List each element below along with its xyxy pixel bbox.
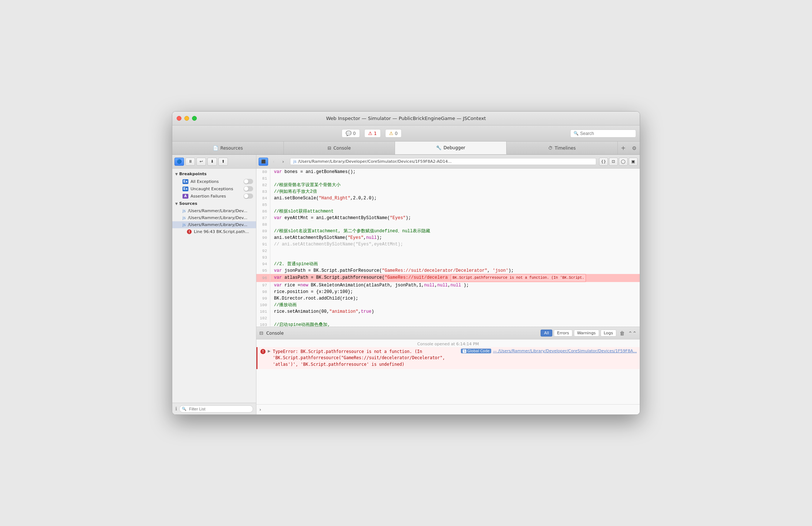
line-content: var rice =new BK.SkeletonAnimation(atlas… <box>270 282 640 289</box>
tab-resources[interactable]: 📄 Resources <box>172 142 284 154</box>
clear-console-btn[interactable]: 🗑 <box>618 329 627 337</box>
breakpoint-active-btn[interactable]: ⬛ <box>259 158 268 166</box>
tab-debugger[interactable]: 🔧 Debugger <box>395 142 507 154</box>
messages-count: 0 <box>353 131 356 136</box>
maximize-button[interactable] <box>192 116 197 121</box>
uncaught-exceptions-toggle[interactable] <box>244 186 253 191</box>
tab-console[interactable]: ⊟ Console <box>284 142 395 154</box>
app-window: Web Inspector — Simulator — PublicBrickE… <box>172 111 640 415</box>
table-row: 92 <box>256 248 640 254</box>
warnings-badge[interactable]: ⚠ 0 <box>385 129 402 138</box>
list-item[interactable]: js /Users/Rammer/Library/Dev... <box>172 214 256 221</box>
table-row: 100//播放动画 <box>256 302 640 308</box>
table-row: 87var eyeAttMnt = ani.getAttachmentBySlo… <box>256 215 640 221</box>
code-editor[interactable]: 80var bones = ani.getBoneNames();8182//根… <box>256 169 640 327</box>
sidebar-toolbar: 🔵 ⏸ ↩ ⬇ ⬆ <box>172 155 256 169</box>
line-number: 92 <box>256 248 270 254</box>
filter-all-btn[interactable]: All <box>541 330 552 337</box>
table-row: 101rice.setAnimation(00,"animation",true… <box>256 308 640 315</box>
assertion-failures-toggle[interactable] <box>244 194 253 199</box>
table-row: 83//例如将右手放大2倍 <box>256 188 640 195</box>
line-number: 82 <box>256 182 270 188</box>
traffic-lights <box>177 116 197 121</box>
line-content: //例如将右手放大2倍 <box>270 188 640 195</box>
error-expand-icon[interactable]: ▶ <box>268 349 271 353</box>
line-content: // ani.setAttachmentBySlotName("Eyes",ey… <box>270 241 640 248</box>
error-icon: ! <box>260 349 266 354</box>
error-indicator-icon: ! <box>187 229 192 234</box>
pause-tool-btn[interactable]: ⏸ <box>185 158 195 166</box>
sidebar-footer: ℹ 🔍 <box>172 403 256 414</box>
line-content: var eyeAttMnt = ani.getAttachmentBySlotN… <box>270 215 640 221</box>
step-out-btn[interactable]: ⬆ <box>218 158 228 166</box>
filter-input[interactable] <box>186 405 251 413</box>
line-number: 94 <box>256 261 270 267</box>
add-tab-button[interactable]: + <box>618 142 629 154</box>
table-row: 85 <box>256 202 640 208</box>
line-content: ani.setBoneScale("Hand_Right",2.0,2.0); <box>270 195 640 202</box>
table-row: 94//2. 普通spine动画 <box>256 261 640 267</box>
nav-forward-button[interactable]: › <box>279 158 287 166</box>
list-item[interactable]: Ex Uncaught Exceptions <box>172 185 256 192</box>
list-item[interactable]: js /Users/Rammer/Library/Dev... <box>172 207 256 214</box>
list-item[interactable]: A Assertion Failures <box>172 192 256 200</box>
line-number: 81 <box>256 175 270 182</box>
breakpoint-btn[interactable]: ◯ <box>619 158 628 166</box>
all-exceptions-toggle[interactable] <box>244 179 253 184</box>
window-title: Web Inspector — Simulator — PublicBrickE… <box>326 116 486 121</box>
breakpoints-section-label: Breakpoints <box>179 172 207 176</box>
main-toolbar: 💬 0 ⚠️ 1 ⚠ 0 🔍 <box>172 125 640 142</box>
breakpoints-tool-btn[interactable]: 🔵 <box>174 158 184 166</box>
line-number: 98 <box>256 289 270 295</box>
console-error-row: ! ▶ TypeError: BK.Script.pathforresource… <box>256 347 640 369</box>
list-item[interactable]: Ex All Exceptions <box>172 178 256 185</box>
console-icon: ⊟ <box>327 146 331 151</box>
filter-warnings-btn[interactable]: Warnings <box>574 330 599 337</box>
sidebar-content: ▼ Breakpoints Ex All Exceptions Ex Uncau… <box>172 169 256 403</box>
error-file-link[interactable]: — /Users/Rammer/Library/Developer/CoreSi… <box>493 349 637 353</box>
filter-logs-btn[interactable]: Logs <box>601 330 616 337</box>
line-number: 95 <box>256 267 270 274</box>
table-row: 103//启动spine动画颜色叠加, <box>256 322 640 327</box>
table-row: 93 <box>256 254 640 261</box>
sources-toggle-icon: ▼ <box>175 202 178 206</box>
type-profiler-btn[interactable]: ▣ <box>629 158 638 166</box>
settings-button[interactable]: ⚙ <box>629 142 640 154</box>
nav-back-button[interactable]: ‹ <box>270 158 278 166</box>
step-over-btn[interactable]: ↩ <box>196 158 206 166</box>
file-path-bar: js /Users/Rammer/Library/Developer/CoreS… <box>290 158 596 165</box>
search-box: 🔍 <box>570 129 636 138</box>
list-item[interactable]: ! Line 96:43 BK.Script.path... <box>172 228 256 235</box>
collapse-console-btn[interactable]: ⌃⌃ <box>628 329 637 337</box>
messages-badge[interactable]: 💬 0 <box>342 129 360 138</box>
list-item[interactable]: js /Users/Rammer/Library/Dev... <box>172 221 256 228</box>
sources-section-header[interactable]: ▼ Sources <box>172 200 256 207</box>
step-into-btn[interactable]: ⬇ <box>207 158 217 166</box>
uncaught-icon: Ex <box>183 187 188 191</box>
table-row: 89//根据slot名设置attachment, 第二个参数赋值undefine… <box>256 228 640 234</box>
tab-timelines[interactable]: ⏱ Timelines <box>507 142 618 154</box>
minimize-button[interactable] <box>184 116 189 121</box>
global-code-label: Global Code <box>467 349 490 353</box>
line-number: 89 <box>256 228 270 234</box>
info-icon[interactable]: ℹ <box>175 406 177 412</box>
line-number: 84 <box>256 195 270 202</box>
source-file-4-label: Line 96:43 BK.Script.path... <box>194 229 249 234</box>
search-input[interactable] <box>580 131 628 136</box>
console-input-row: › <box>256 404 640 414</box>
sidebar: 🔵 ⏸ ↩ ⬇ ⬆ ▼ Breakpoints Ex All Exception… <box>172 155 256 414</box>
breakpoints-section-header[interactable]: ▼ Breakpoints <box>172 170 256 178</box>
pretty-print-btn[interactable]: {} <box>599 158 608 166</box>
editor-area: ⬛ ‹ › js /Users/Rammer/Library/Developer… <box>256 155 640 414</box>
exception-icon: Ex <box>183 179 188 184</box>
error-popup: BK.Script.pathforresource is not a funct… <box>451 274 586 282</box>
format-btn[interactable]: ⊡ <box>609 158 618 166</box>
errors-badge[interactable]: ⚠️ 1 <box>364 129 381 138</box>
table-row: 90ani.setAttachmentBySlotName("Eyes",nul… <box>256 234 640 241</box>
debugger-icon: 🔧 <box>436 145 441 150</box>
console-input[interactable] <box>263 407 637 412</box>
error-message-short: TypeError: BK.Script.pathforresource is … <box>273 349 422 354</box>
close-button[interactable] <box>177 116 181 121</box>
console-timestamp: Console opened at 6:14:14 PM <box>256 341 640 347</box>
filter-errors-btn[interactable]: Errors <box>554 330 572 337</box>
